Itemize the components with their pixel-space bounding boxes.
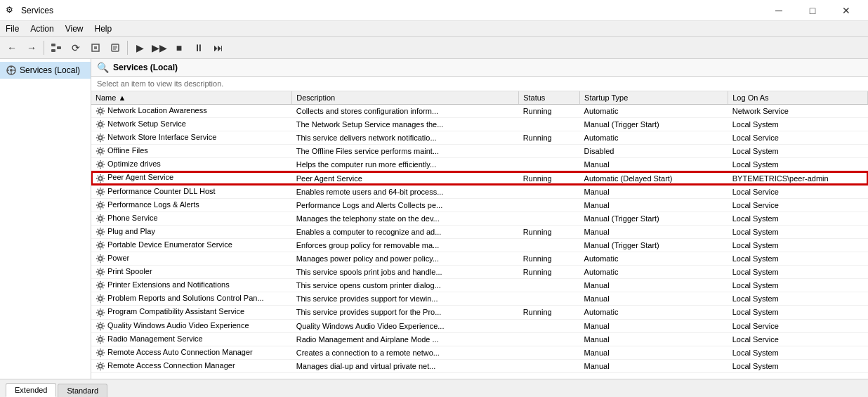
- service-status-cell: Running: [519, 225, 580, 238]
- service-description-cell: The Network Setup Service manages the...: [292, 118, 519, 131]
- table-row[interactable]: Performance Counter DLL HostEnables remo…: [91, 185, 868, 198]
- col-header-logon[interactable]: Log On As: [728, 91, 868, 105]
- svg-rect-3: [92, 44, 99, 51]
- service-logon-cell: Local System: [728, 211, 868, 225]
- export-icon: [91, 43, 100, 53]
- col-header-description[interactable]: Description: [292, 91, 519, 105]
- table-row[interactable]: Phone ServiceManages the telephony state…: [91, 211, 868, 225]
- service-description-cell: Radio Management and Airplane Mode ...: [292, 332, 519, 346]
- service-startup-cell: Manual (Trigger Start): [580, 118, 728, 131]
- menu-help[interactable]: Help: [89, 21, 118, 36]
- service-startup-cell: Manual: [580, 332, 728, 346]
- svg-point-28: [98, 271, 102, 274]
- service-name-cell: Performance Logs & Alerts: [91, 198, 292, 211]
- service-status-cell: [519, 198, 580, 211]
- menu-file[interactable]: File: [0, 21, 25, 36]
- menu-view[interactable]: View: [60, 21, 89, 36]
- service-name-cell: Phone Service: [91, 211, 292, 225]
- table-row[interactable]: Network Store Interface ServiceThis serv…: [91, 131, 868, 145]
- service-description-cell: Performance Logs and Alerts Collects pe.…: [292, 198, 519, 211]
- table-row[interactable]: PowerManages power policy and power poli…: [91, 252, 868, 266]
- start-service-button[interactable]: ▶: [131, 39, 149, 57]
- table-row[interactable]: Remote Access Auto Connection ManagerCre…: [91, 346, 868, 359]
- service-logon-cell: Local Service: [728, 131, 868, 145]
- service-logon-cell: Local Service: [728, 332, 868, 346]
- table-row[interactable]: Peer Agent ServicePeer Agent ServiceRunn…: [91, 171, 868, 185]
- service-logon-cell: Local System: [728, 359, 868, 372]
- table-row[interactable]: Portable Device Enumerator ServiceEnforc…: [91, 238, 868, 252]
- service-status-cell: Running: [519, 252, 580, 266]
- minimize-button[interactable]: ─: [763, 0, 795, 21]
- close-button[interactable]: ✕: [830, 0, 862, 21]
- table-row[interactable]: Radio Management ServiceRadio Management…: [91, 332, 868, 346]
- service-status-cell: [519, 346, 580, 359]
- service-gear-icon: [96, 106, 105, 116]
- service-status-cell: Running: [519, 306, 580, 319]
- service-description-cell: This service spools print jobs and handl…: [292, 266, 519, 279]
- toolbar-separator-2: [127, 41, 128, 55]
- pause-button[interactable]: ⏸: [190, 39, 208, 57]
- pause-resume-button[interactable]: ▶▶: [150, 39, 169, 57]
- service-gear-icon: [96, 200, 105, 210]
- menu-action[interactable]: Action: [25, 21, 59, 36]
- table-row[interactable]: Printer Extensions and NotificationsThis…: [91, 279, 868, 292]
- service-status-cell: [519, 279, 580, 292]
- table-row[interactable]: Program Compatibility Assistant ServiceT…: [91, 306, 868, 319]
- back-button[interactable]: ←: [3, 39, 21, 57]
- service-startup-cell: Manual: [580, 225, 728, 238]
- service-startup-cell: Automatic: [580, 252, 728, 266]
- service-description-cell: This service delivers network notificati…: [292, 131, 519, 145]
- service-gear-icon: [96, 174, 105, 183]
- services-table-container[interactable]: Name ▲ Description Status Startup Type L…: [91, 91, 868, 379]
- table-row[interactable]: Problem Reports and Solutions Control Pa…: [91, 292, 868, 306]
- table-row[interactable]: Network Location AwarenessCollects and s…: [91, 105, 868, 118]
- svg-point-19: [98, 150, 102, 153]
- col-header-startup[interactable]: Startup Type: [580, 91, 728, 105]
- properties-button[interactable]: [106, 39, 124, 57]
- service-name-cell: Print Spooler: [91, 266, 292, 279]
- table-row[interactable]: Quality Windows Audio Video ExperienceQu…: [91, 319, 868, 332]
- service-description-cell: Manages dial-up and virtual private net.…: [292, 359, 519, 372]
- stop-service-button[interactable]: ■: [170, 39, 188, 57]
- col-header-status[interactable]: Status: [519, 91, 580, 105]
- table-row[interactable]: Performance Logs & AlertsPerformance Log…: [91, 198, 868, 211]
- service-startup-cell: Manual (Trigger Start): [580, 238, 728, 252]
- col-header-name[interactable]: Name ▲: [91, 91, 292, 105]
- service-status-cell: [519, 238, 580, 252]
- properties-icon: [110, 43, 120, 53]
- toolbar: ← → ⟳ ▶ ▶▶ ■ ⏸ ⏭: [0, 37, 868, 59]
- service-startup-cell: Manual: [580, 158, 728, 171]
- service-gear-icon: [96, 160, 105, 169]
- description-area: Select an item to view its description.: [91, 77, 868, 91]
- export-button[interactable]: [86, 39, 105, 57]
- tab-standard[interactable]: Standard: [58, 384, 107, 397]
- table-row[interactable]: Plug and PlayEnables a computer to recog…: [91, 225, 868, 238]
- service-description-cell: This service provides support for viewin…: [292, 292, 519, 306]
- service-startup-cell: Manual: [580, 292, 728, 306]
- service-gear-icon: [96, 119, 105, 129]
- maximize-button[interactable]: □: [796, 0, 829, 21]
- svg-rect-0: [51, 44, 55, 46]
- service-gear-icon: [96, 227, 105, 237]
- service-status-cell: [519, 359, 580, 372]
- service-startup-cell: Automatic: [580, 306, 728, 319]
- service-startup-cell: Automatic (Delayed Start): [580, 171, 728, 185]
- forward-button[interactable]: →: [22, 39, 41, 57]
- show-hide-tree-button[interactable]: [47, 39, 65, 57]
- table-row[interactable]: Remote Access Connection ManagerManages …: [91, 359, 868, 372]
- refresh-button[interactable]: ⟳: [67, 39, 85, 57]
- app-icon: ⚙: [6, 5, 17, 16]
- table-row[interactable]: Offline FilesThe Offline Files service p…: [91, 145, 868, 158]
- table-row[interactable]: Print SpoolerThis service spools print j…: [91, 266, 868, 279]
- toolbar-separator-1: [44, 41, 44, 55]
- tab-extended[interactable]: Extended: [6, 383, 56, 397]
- table-row[interactable]: Optimize drivesHelps the computer run mo…: [91, 158, 868, 171]
- table-row[interactable]: Network Setup ServiceThe Network Setup S…: [91, 118, 868, 131]
- restart-button[interactable]: ⏭: [209, 39, 228, 57]
- panel-header-title: Services (Local): [113, 63, 178, 72]
- svg-point-17: [98, 123, 102, 126]
- service-description-cell: Enables a computer to recognize and ad..…: [292, 225, 519, 238]
- sidebar-item-services-local[interactable]: Services (Local): [0, 62, 91, 79]
- service-status-cell: Running: [519, 171, 580, 185]
- panel-header: 🔍 Services (Local): [91, 59, 868, 77]
